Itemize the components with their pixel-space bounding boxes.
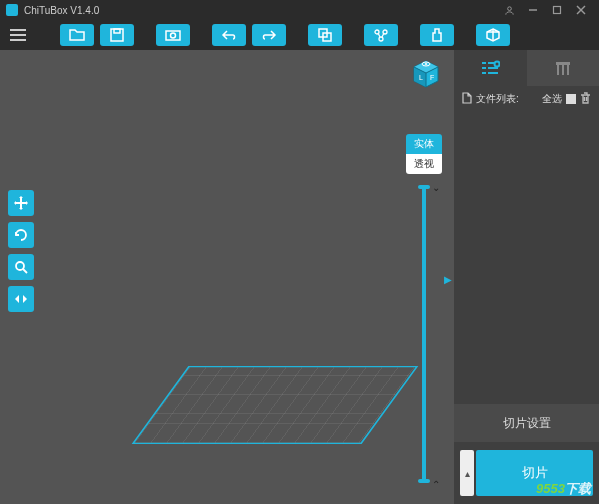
right-panel: 文件列表: 全选 切片设置 ▴ 切片: [454, 50, 599, 504]
svg-point-16: [379, 37, 383, 41]
user-icon[interactable]: [497, 5, 521, 16]
chevron-down-icon: ⌄: [432, 182, 440, 193]
delete-button[interactable]: [580, 92, 591, 106]
tab-support[interactable]: [527, 50, 600, 86]
view-mode-toggle[interactable]: 实体 透视: [406, 134, 442, 174]
file-list-body: [454, 112, 599, 404]
right-panel-tabs: [454, 50, 599, 86]
svg-rect-40: [562, 65, 564, 75]
select-all-checkbox[interactable]: [566, 94, 576, 104]
app-icon: [6, 4, 18, 16]
svg-rect-39: [557, 65, 559, 75]
slice-button[interactable]: 切片: [476, 450, 593, 496]
open-button[interactable]: [60, 24, 94, 46]
undo-button[interactable]: [212, 24, 246, 46]
main-area: L F 实体 透视 ⌄ ⌃ ▶: [0, 50, 599, 504]
hollow-button[interactable]: [476, 24, 510, 46]
save-button[interactable]: [100, 24, 134, 46]
svg-point-0: [507, 6, 511, 10]
copy-button[interactable]: [308, 24, 342, 46]
file-list-header: 文件列表: 全选: [454, 86, 599, 112]
svg-rect-41: [567, 65, 569, 75]
mirror-tool[interactable]: [8, 286, 34, 312]
app-title: ChiTuBox V1.4.0: [24, 5, 99, 16]
main-toolbar: [0, 20, 599, 50]
rotate-tool[interactable]: [8, 222, 34, 248]
support-button[interactable]: [364, 24, 398, 46]
maximize-button[interactable]: [545, 5, 569, 15]
minimize-button[interactable]: [521, 5, 545, 15]
select-all-label: 全选: [542, 92, 562, 106]
left-toolbar: [8, 190, 34, 312]
move-tool[interactable]: [8, 190, 34, 216]
file-list-label: 文件列表:: [476, 92, 519, 106]
hamburger-menu[interactable]: [6, 24, 30, 46]
svg-rect-8: [111, 29, 123, 41]
svg-line-18: [382, 33, 384, 37]
svg-point-37: [495, 62, 500, 67]
svg-text:L: L: [419, 74, 423, 81]
slice-expand-button[interactable]: ▴: [460, 450, 474, 496]
scale-tool[interactable]: [8, 254, 34, 280]
layer-slider[interactable]: ⌄ ⌃: [422, 186, 426, 482]
slice-settings-button[interactable]: 切片设置: [454, 404, 599, 442]
title-bar: ChiTuBox V1.4.0: [0, 0, 599, 20]
svg-text:F: F: [430, 74, 434, 81]
svg-line-17: [378, 33, 380, 37]
svg-point-19: [16, 262, 24, 270]
redo-button[interactable]: [252, 24, 286, 46]
svg-point-11: [171, 33, 176, 38]
chevron-up-icon: ⌃: [432, 479, 440, 490]
panel-collapse-toggle[interactable]: ▶: [444, 274, 452, 285]
file-icon: [462, 92, 472, 106]
svg-rect-9: [114, 29, 120, 33]
screenshot-button[interactable]: [156, 24, 190, 46]
view-mode-solid[interactable]: 实体: [406, 134, 442, 154]
close-button[interactable]: [569, 5, 593, 15]
viewport-3d[interactable]: L F 实体 透视 ⌄ ⌃ ▶: [0, 50, 454, 504]
view-mode-perspective[interactable]: 透视: [406, 154, 442, 174]
svg-rect-38: [556, 62, 570, 65]
svg-point-30: [425, 63, 427, 65]
svg-rect-2: [554, 7, 561, 14]
tab-list[interactable]: [454, 50, 527, 86]
build-plate: [132, 366, 419, 444]
orientation-cube[interactable]: L F: [410, 58, 442, 90]
repair-button[interactable]: [420, 24, 454, 46]
svg-line-20: [23, 269, 27, 273]
